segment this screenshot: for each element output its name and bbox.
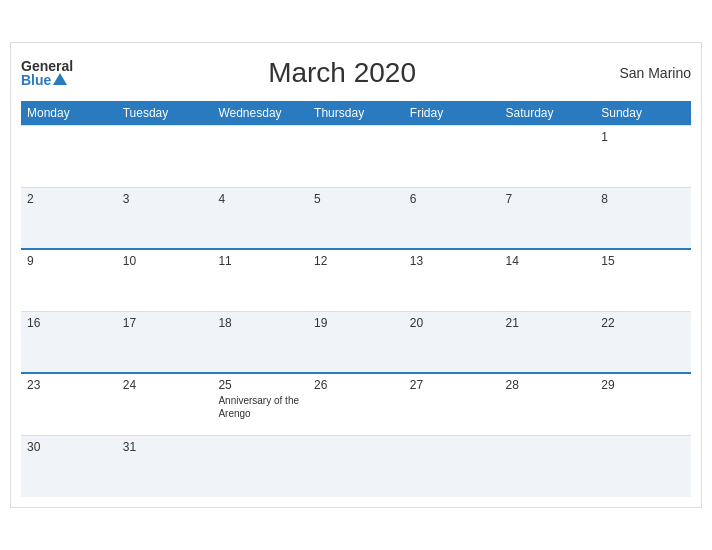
week-row-1: 2345678 — [21, 187, 691, 249]
day-cell: 26 — [308, 373, 404, 435]
day-number: 31 — [123, 440, 207, 454]
weekday-header-row: MondayTuesdayWednesdayThursdayFridaySatu… — [21, 101, 691, 126]
logo: General Blue — [21, 59, 73, 87]
day-number: 14 — [506, 254, 590, 268]
week-row-2: 9101112131415 — [21, 249, 691, 311]
day-number: 3 — [123, 192, 207, 206]
logo-triangle-icon — [53, 73, 67, 85]
day-cell: 22 — [595, 311, 691, 373]
day-number: 17 — [123, 316, 207, 330]
day-number: 12 — [314, 254, 398, 268]
logo-general-text: General — [21, 59, 73, 73]
day-number: 13 — [410, 254, 494, 268]
day-number: 19 — [314, 316, 398, 330]
day-cell: 21 — [500, 311, 596, 373]
day-cell: 1 — [595, 125, 691, 187]
day-cell: 7 — [500, 187, 596, 249]
day-number: 1 — [601, 130, 685, 144]
day-number: 10 — [123, 254, 207, 268]
day-cell: 13 — [404, 249, 500, 311]
day-number: 2 — [27, 192, 111, 206]
day-number: 20 — [410, 316, 494, 330]
calendar-title: March 2020 — [73, 57, 611, 89]
week-row-5: 3031 — [21, 435, 691, 497]
day-cell: 8 — [595, 187, 691, 249]
weekday-header-saturday: Saturday — [500, 101, 596, 126]
week-row-4: 232425Anniversary of the Arengo26272829 — [21, 373, 691, 435]
weekday-header-thursday: Thursday — [308, 101, 404, 126]
day-cell — [500, 435, 596, 497]
day-cell — [117, 125, 213, 187]
day-cell — [212, 125, 308, 187]
day-cell — [404, 125, 500, 187]
day-cell: 31 — [117, 435, 213, 497]
day-number: 7 — [506, 192, 590, 206]
day-cell: 29 — [595, 373, 691, 435]
day-number: 26 — [314, 378, 398, 392]
day-cell: 10 — [117, 249, 213, 311]
day-cell — [595, 435, 691, 497]
day-cell: 14 — [500, 249, 596, 311]
day-cell: 27 — [404, 373, 500, 435]
day-cell: 16 — [21, 311, 117, 373]
day-cell: 15 — [595, 249, 691, 311]
weekday-header-friday: Friday — [404, 101, 500, 126]
day-number: 18 — [218, 316, 302, 330]
day-cell: 2 — [21, 187, 117, 249]
day-cell: 19 — [308, 311, 404, 373]
day-number: 6 — [410, 192, 494, 206]
day-cell: 18 — [212, 311, 308, 373]
weekday-header-sunday: Sunday — [595, 101, 691, 126]
day-cell: 9 — [21, 249, 117, 311]
logo-blue-text: Blue — [21, 73, 67, 87]
day-cell: 30 — [21, 435, 117, 497]
day-number: 28 — [506, 378, 590, 392]
event-text: Anniversary of the Arengo — [218, 395, 299, 419]
day-cell — [500, 125, 596, 187]
week-row-0: 1 — [21, 125, 691, 187]
day-number: 9 — [27, 254, 111, 268]
day-number: 30 — [27, 440, 111, 454]
day-cell: 28 — [500, 373, 596, 435]
day-cell: 23 — [21, 373, 117, 435]
calendar-grid: MondayTuesdayWednesdayThursdayFridaySatu… — [21, 101, 691, 498]
day-cell — [404, 435, 500, 497]
day-number: 5 — [314, 192, 398, 206]
day-cell: 4 — [212, 187, 308, 249]
day-cell — [308, 125, 404, 187]
day-number: 22 — [601, 316, 685, 330]
day-number: 24 — [123, 378, 207, 392]
day-number: 25 — [218, 378, 302, 392]
day-number: 29 — [601, 378, 685, 392]
day-cell: 17 — [117, 311, 213, 373]
day-cell: 11 — [212, 249, 308, 311]
day-number: 23 — [27, 378, 111, 392]
day-cell: 24 — [117, 373, 213, 435]
day-cell — [308, 435, 404, 497]
day-number: 27 — [410, 378, 494, 392]
calendar-region: San Marino — [611, 65, 691, 81]
day-cell: 5 — [308, 187, 404, 249]
day-cell — [21, 125, 117, 187]
day-cell: 6 — [404, 187, 500, 249]
weekday-header-wednesday: Wednesday — [212, 101, 308, 126]
day-cell: 25Anniversary of the Arengo — [212, 373, 308, 435]
day-cell — [212, 435, 308, 497]
day-number: 16 — [27, 316, 111, 330]
calendar-header: General Blue March 2020 San Marino — [21, 53, 691, 93]
day-number: 11 — [218, 254, 302, 268]
day-number: 21 — [506, 316, 590, 330]
day-cell: 3 — [117, 187, 213, 249]
day-number: 15 — [601, 254, 685, 268]
day-cell: 20 — [404, 311, 500, 373]
weekday-header-monday: Monday — [21, 101, 117, 126]
day-number: 4 — [218, 192, 302, 206]
day-cell: 12 — [308, 249, 404, 311]
weekday-header-tuesday: Tuesday — [117, 101, 213, 126]
day-number: 8 — [601, 192, 685, 206]
calendar-container: General Blue March 2020 San Marino Monda… — [10, 42, 702, 509]
week-row-3: 16171819202122 — [21, 311, 691, 373]
